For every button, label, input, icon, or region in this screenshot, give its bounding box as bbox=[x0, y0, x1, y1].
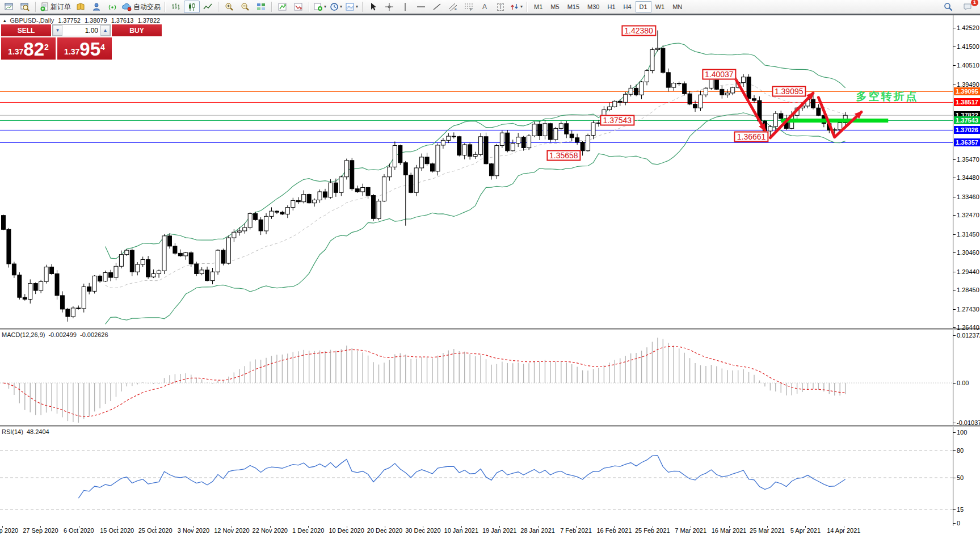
date-label: 10 Dec 2020 bbox=[329, 527, 364, 534]
timeframe-D1[interactable]: D1 bbox=[636, 1, 651, 12]
candle-body bbox=[146, 260, 150, 277]
timeframe-H1[interactable]: H1 bbox=[603, 1, 619, 12]
period-clock-button[interactable]: ▾ bbox=[328, 1, 344, 13]
candle-body bbox=[275, 211, 279, 212]
buy-button[interactable]: BUY bbox=[112, 24, 162, 36]
candle-body bbox=[226, 238, 230, 263]
text-tool[interactable]: A bbox=[477, 1, 493, 13]
pane-separator[interactable] bbox=[0, 425, 980, 427]
text-a-icon: A bbox=[482, 3, 487, 11]
candle-body bbox=[7, 229, 11, 264]
candle-body bbox=[372, 196, 376, 219]
pane-separator[interactable] bbox=[0, 328, 980, 330]
toolbar-separator bbox=[309, 2, 310, 12]
objects-list-button[interactable] bbox=[291, 1, 306, 13]
chevron-down-icon: ▾ bbox=[324, 5, 326, 9]
toolbar-separator bbox=[271, 2, 272, 12]
price-annotation-label[interactable]: 1.39095 bbox=[772, 86, 806, 97]
fibonacci-tool[interactable]: F bbox=[461, 1, 477, 13]
indicators-button[interactable] bbox=[275, 1, 291, 13]
volume-increase-button[interactable]: ▲ bbox=[100, 25, 110, 36]
macd-tick-label: 0.00 bbox=[957, 380, 969, 386]
timeframe-M15[interactable]: M15 bbox=[563, 1, 583, 12]
main-toolbar: 新订单 自动交易 ▾ ▾ bbox=[0, 0, 980, 14]
channel-tool[interactable]: E bbox=[445, 1, 461, 13]
candle-body bbox=[704, 88, 708, 95]
tile-windows-icon bbox=[256, 2, 266, 11]
vertical-line-tool[interactable] bbox=[397, 1, 413, 13]
date-label: 3 Nov 2020 bbox=[178, 527, 209, 534]
template-button[interactable]: ▾ bbox=[344, 1, 360, 13]
signals-button[interactable] bbox=[104, 1, 120, 13]
timeframe-M5[interactable]: M5 bbox=[546, 1, 563, 12]
candle-body bbox=[178, 253, 182, 256]
sell-price-button[interactable]: 1.37822 bbox=[1, 37, 56, 60]
tile-windows-button[interactable] bbox=[253, 1, 269, 13]
macd-pane bbox=[0, 338, 953, 423]
data-window-icon[interactable] bbox=[17, 1, 33, 13]
cursor-tool-button[interactable] bbox=[365, 1, 381, 13]
crosshair-tool-button[interactable] bbox=[381, 1, 397, 13]
search-button[interactable] bbox=[940, 1, 956, 13]
date-axis[interactable]: 7 Sep 202027 Sep 20206 Oct 202015 Oct 20… bbox=[0, 526, 980, 535]
chart-window-icon[interactable] bbox=[1, 1, 17, 13]
zoom-in-button[interactable] bbox=[221, 1, 237, 13]
date-label: 25 Oct 2020 bbox=[138, 527, 173, 534]
notifications-button[interactable]: 1 bbox=[960, 1, 975, 13]
crosshair-icon bbox=[385, 2, 394, 11]
text-label-tool[interactable]: T bbox=[493, 1, 508, 13]
bar-chart-button[interactable] bbox=[168, 1, 184, 13]
price-tick-mark bbox=[953, 309, 956, 310]
market-watch-button[interactable] bbox=[73, 1, 89, 13]
svg-text:F: F bbox=[470, 7, 472, 11]
price-annotation-label[interactable]: 1.35658 bbox=[546, 150, 581, 161]
pivot-annotation-text[interactable]: 多空转折点 bbox=[856, 89, 919, 104]
candle-body bbox=[92, 276, 96, 291]
timeframe-MN[interactable]: MN bbox=[668, 1, 686, 12]
arrows-tool[interactable]: ▾ bbox=[508, 1, 524, 13]
candle-body bbox=[618, 101, 622, 102]
trendline-tool[interactable] bbox=[429, 1, 445, 13]
candle-body bbox=[479, 137, 483, 155]
fibonacci-icon: F bbox=[464, 2, 473, 11]
candle-body bbox=[548, 124, 552, 140]
line-chart-icon bbox=[203, 2, 212, 11]
timeframe-W1[interactable]: W1 bbox=[651, 1, 669, 12]
horizontal-line-tool[interactable] bbox=[413, 1, 429, 13]
price-annotation-label[interactable]: 1.37543 bbox=[600, 115, 634, 126]
line-chart-button[interactable] bbox=[200, 1, 216, 13]
candle-body bbox=[773, 113, 777, 127]
candle-body bbox=[103, 273, 107, 281]
chart-canvas[interactable] bbox=[0, 15, 953, 526]
candle-body bbox=[398, 146, 402, 163]
candle-body bbox=[323, 192, 327, 197]
candle-body bbox=[66, 309, 70, 317]
auto-trading-button[interactable]: 自动交易 bbox=[120, 1, 162, 13]
candle-body bbox=[693, 104, 697, 108]
new-order-button[interactable]: 新订单 bbox=[39, 1, 73, 13]
price-annotation-label[interactable]: 1.42380 bbox=[621, 25, 656, 36]
candle-body bbox=[114, 266, 118, 277]
add-indicator-button[interactable]: ▾ bbox=[312, 1, 328, 13]
candle-body bbox=[511, 144, 515, 151]
buy-price-button[interactable]: 1.37954 bbox=[57, 37, 112, 60]
candle-body bbox=[189, 252, 193, 264]
candlestick-chart-button[interactable] bbox=[184, 1, 200, 13]
candle-body bbox=[506, 133, 510, 151]
price-annotation-label[interactable]: 1.36661 bbox=[734, 132, 769, 142]
signal-icon bbox=[108, 2, 117, 11]
volume-input[interactable] bbox=[62, 25, 100, 36]
timeframe-M30[interactable]: M30 bbox=[583, 1, 603, 12]
volume-decrease-button[interactable]: ▼ bbox=[53, 25, 62, 36]
profile-button[interactable] bbox=[89, 1, 104, 13]
timeframe-H4[interactable]: H4 bbox=[620, 1, 636, 12]
candle-body bbox=[452, 136, 456, 137]
candle-body bbox=[752, 99, 756, 100]
timeframe-M1[interactable]: M1 bbox=[530, 1, 546, 12]
zoom-out-button[interactable] bbox=[237, 1, 253, 13]
price-tick-mark bbox=[953, 28, 956, 28]
price-annotation-label[interactable]: 1.40037 bbox=[702, 69, 737, 79]
date-label: 16 Mar 2021 bbox=[712, 527, 747, 534]
sell-button[interactable]: SELL bbox=[1, 24, 51, 36]
new-order-icon bbox=[40, 2, 49, 11]
